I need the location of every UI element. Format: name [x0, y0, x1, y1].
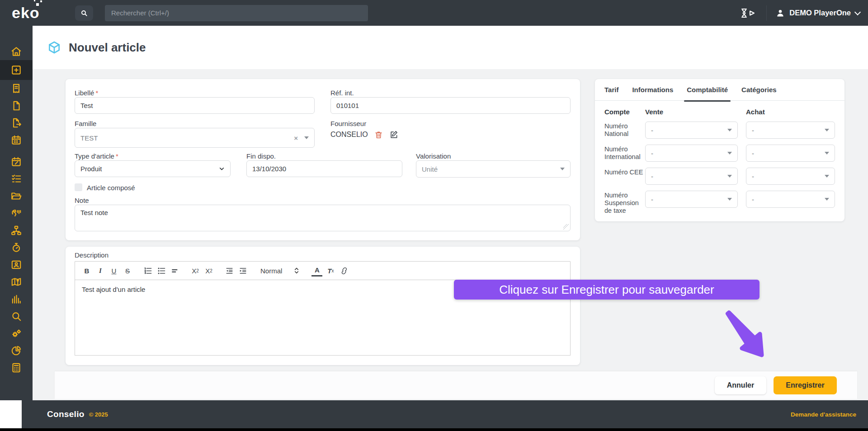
caret-down-icon — [825, 175, 829, 178]
column-header-achat: Achat — [746, 108, 765, 116]
link-icon[interactable] — [339, 265, 349, 276]
clear-format-icon[interactable]: Tx — [325, 265, 336, 276]
sidebar-item-accounting[interactable] — [0, 359, 33, 376]
caret-down-icon — [304, 136, 309, 139]
sidebar-item-map[interactable] — [0, 273, 33, 290]
achat-select-international[interactable]: - — [746, 145, 835, 162]
vente-select-suspension[interactable]: - — [645, 191, 738, 208]
sidebar-item-planning[interactable] — [0, 153, 33, 170]
fin-dispo-label: Fin dispo. — [246, 152, 276, 160]
ordered-list-icon[interactable] — [142, 265, 153, 276]
side-panel-card: Tarif Informations Comptabilité Catégori… — [595, 79, 844, 221]
sidebar-item-statistics[interactable] — [0, 290, 33, 308]
edit-supplier-icon[interactable] — [389, 130, 398, 139]
type-article-select[interactable]: Produit — [75, 160, 231, 177]
caret-down-icon — [727, 175, 732, 178]
vente-select-international[interactable]: - — [645, 145, 738, 162]
ref-int-input[interactable] — [330, 97, 571, 114]
cancel-button[interactable]: Annuler — [715, 376, 766, 394]
fin-dispo-input[interactable] — [246, 160, 402, 177]
sidebar-item-sitemap[interactable] — [0, 222, 33, 239]
subscript-icon[interactable]: X2 — [190, 265, 201, 276]
text-color-icon[interactable]: A — [311, 265, 322, 276]
folder-open-icon — [10, 190, 22, 202]
tab-tarif[interactable]: Tarif — [604, 79, 618, 101]
sidebar-item-calendar[interactable] — [0, 131, 33, 149]
strikethrough-icon[interactable]: S — [122, 265, 133, 276]
bullet-list-icon[interactable] — [156, 265, 167, 276]
tab-categories[interactable]: Catégories — [741, 79, 777, 101]
id-card-icon — [10, 259, 22, 271]
vente-select-cee[interactable]: - — [645, 168, 738, 185]
type-article-value: Produit — [80, 165, 219, 173]
app-root: eko DEMO PlayerOne — [0, 0, 868, 431]
sidebar-item-new-article[interactable] — [0, 60, 33, 80]
clear-icon[interactable]: × — [294, 134, 298, 142]
eko-logo[interactable]: eko — [12, 4, 65, 22]
tab-informations[interactable]: Informations — [632, 79, 673, 101]
pie-chart-icon — [10, 345, 22, 356]
sidebar-item-settings[interactable] — [0, 325, 33, 342]
user-icon — [776, 9, 785, 18]
tour-arrow-icon — [721, 310, 775, 362]
achat-select-cee[interactable]: - — [746, 168, 835, 185]
article-compose-checkbox[interactable] — [75, 183, 82, 191]
sidebar-item-scanner[interactable] — [0, 205, 33, 222]
sidebar-item-time-tracking[interactable] — [0, 239, 33, 256]
caret-down-icon — [727, 129, 732, 131]
required-mark: * — [95, 89, 98, 97]
indent-icon[interactable] — [237, 265, 248, 276]
sidebar-item-export[interactable] — [0, 114, 33, 131]
row-label-numero-national: Numéro National — [604, 122, 644, 138]
search-button[interactable] — [75, 5, 93, 21]
sidebar-item-reports[interactable] — [0, 342, 33, 359]
bold-icon[interactable]: B — [81, 265, 92, 276]
format-value: Normal — [260, 267, 282, 275]
align-icon[interactable] — [170, 265, 180, 276]
page-footer: Conselio © 2025 Demande d'assistance — [22, 400, 868, 428]
user-menu[interactable]: DEMO PlayerOne — [776, 9, 860, 18]
navbar-divider — [766, 5, 767, 21]
description-card: Description B I U S X2 X2 Normal A Tx — [66, 247, 580, 365]
caret-down-icon — [727, 152, 732, 155]
sidebar-item-receipts[interactable] — [0, 80, 33, 97]
sidebar-item-contacts[interactable] — [0, 256, 33, 273]
updown-icon — [294, 267, 299, 274]
assistance-link[interactable]: Demande d'assistance — [791, 411, 856, 418]
receipt-icon — [10, 83, 22, 94]
delete-supplier-icon[interactable] — [374, 131, 383, 139]
sidebar-item-search[interactable] — [0, 308, 33, 325]
superscript-icon[interactable]: X2 — [203, 265, 214, 276]
resize-handle[interactable] — [563, 224, 569, 230]
chevron-down-icon — [854, 9, 861, 15]
sidebar-item-home[interactable] — [0, 43, 33, 60]
achat-select-suspension[interactable]: - — [746, 191, 835, 208]
italic-icon[interactable]: I — [95, 265, 106, 276]
eko-logo-text: eko — [12, 4, 40, 21]
page-title: Nouvel article — [69, 41, 146, 55]
note-label: Note — [75, 197, 89, 204]
achat-select-national[interactable]: - — [746, 122, 835, 139]
famille-label: Famille — [75, 120, 96, 127]
save-button[interactable]: Enregistrer — [774, 376, 837, 394]
sitemap-icon — [10, 225, 22, 236]
note-textarea[interactable]: Test note — [75, 205, 571, 231]
format-picker[interactable]: Normal — [258, 267, 302, 275]
vente-select-national[interactable]: - — [645, 122, 738, 139]
valorisation-select[interactable]: Unité — [416, 160, 571, 178]
famille-select[interactable]: TEST × — [75, 128, 315, 148]
article-compose-label: Article composé — [87, 184, 135, 192]
underline-icon[interactable]: U — [108, 265, 119, 276]
tab-comptabilite[interactable]: Comptabilité — [687, 79, 728, 101]
caret-down-icon — [825, 198, 829, 201]
hourglass-play-icon[interactable] — [739, 8, 757, 19]
logo-pixel — [34, 0, 35, 1]
sidebar-item-folders[interactable] — [0, 187, 33, 205]
outdent-icon[interactable] — [224, 265, 235, 276]
sidebar-item-tasks[interactable] — [0, 170, 33, 187]
libelle-input[interactable] — [75, 97, 315, 114]
calendar-icon — [10, 134, 22, 146]
global-search-input[interactable] — [105, 5, 368, 21]
sidebar-item-documents[interactable] — [0, 97, 33, 114]
caret-down-icon — [560, 168, 565, 170]
